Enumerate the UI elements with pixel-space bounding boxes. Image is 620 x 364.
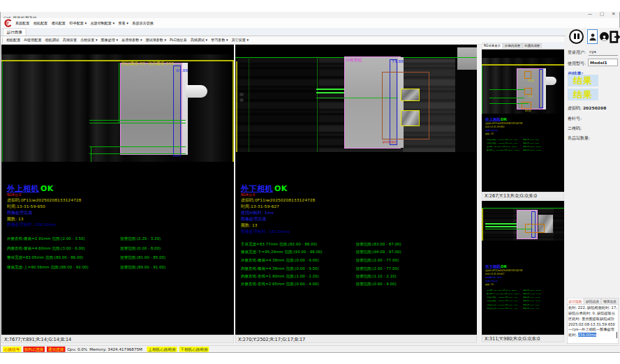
minimize-button[interactable]: — [588, 11, 593, 17]
user-icon [589, 32, 597, 42]
measure-line-bright [316, 92, 344, 93]
menu-items: 系统配置相机配置通讯配置ID手配置 ▾光源控制配置 ▾查看 ▾系统语言切换 [15, 21, 154, 26]
model-input[interactable]: Model1 [588, 59, 618, 66]
title-bar: CYS-视觉检测系统 [1, 12, 619, 18]
maximize-button[interactable]: ▢ [600, 11, 604, 17]
user-badge-icon [601, 35, 607, 41]
menu-item[interactable]: 系统语言切换 [132, 21, 153, 26]
model-label: 使用型号: [568, 61, 586, 66]
menu-item[interactable]: 查看 ▾ [119, 21, 128, 26]
measurement-row: 隆底宽度-上=90.56mm 范围:(88.00 - 92.00)报警范围:(8… [7, 262, 233, 271]
vert-green-dark [317, 57, 318, 152]
measurement-row: 整体宽度=83.05mm 范围:(80.00 - 86.00)报警范围:(81.… [7, 253, 233, 262]
preview-tab[interactable]: NG成像显示 [482, 43, 503, 48]
measure-line-green-v [91, 146, 91, 162]
pause-button[interactable] [569, 29, 584, 44]
coord-text: X:267;Y:13;R:0;G:0;B:0 [485, 192, 537, 199]
image-speck [239, 93, 244, 96]
toolbar-item[interactable]: 相机配置 [6, 38, 20, 43]
window-controls: — ▢ ✕ [588, 11, 616, 17]
toolbar-item[interactable]: AI使用配置 [24, 38, 41, 43]
roi-annotation: 95.24 [527, 226, 533, 228]
operator-button[interactable] [587, 29, 598, 44]
qr-label: 二维码: [568, 126, 582, 131]
camera-left-coordbar: X:7677;Y:891;R:14;G:14;B:14 [1, 335, 234, 343]
exit-door-icon [610, 30, 620, 44]
status-bar: 心跳信号 软PLC连接 通讯连接 Cpu: 0.0% Memory: 3424.… [1, 345, 619, 352]
toolbar-item[interactable]: 高级调试 ▾ [191, 38, 207, 43]
process-done-text: 图像处理完成 [485, 280, 498, 282]
width-value-label: 93.88 [176, 68, 188, 73]
tab-run-image[interactable]: 运行图像 [3, 29, 26, 36]
ai-box-label: AI检测框 [346, 57, 362, 63]
menu-item[interactable]: ID手配置 ▾ [69, 21, 87, 26]
menu-item[interactable]: 光源控制配置 ▾ [91, 21, 115, 26]
preview-bottom-title: 外下相机OK [485, 264, 507, 269]
barcode-text: 虚拟码:0F11iw20250208133124728 [7, 197, 81, 203]
log-highlight: 256.00ms [578, 333, 596, 337]
edge-yellow-line-left [236, 61, 237, 152]
measure-line-bright [316, 89, 344, 90]
image-shade-right [554, 208, 564, 241]
measure-line-green [89, 120, 186, 121]
measurement-row: 内侧直线-隆底=4.38mm 范围:(0.00 - 9.00)报警范围:(2.0… [241, 264, 467, 273]
preview-tab-strip: NG成像显示 外观内成图 轮廓内成图 [482, 42, 564, 50]
process-done-text: 图像处理完成 [241, 216, 266, 222]
toolbar-item[interactable]: 其它设置 ▾ [232, 38, 249, 43]
measure-line-bright [485, 223, 517, 225]
part-edge-strip [182, 63, 188, 155]
log-tab-run[interactable]: 运行信息 [567, 298, 584, 304]
toolbar-item[interactable]: 图像处理 ▾ [101, 38, 118, 43]
edge-yellow-line-right [232, 61, 234, 162]
baseline-yellow [1, 60, 234, 61]
cam-top-badge: 上相机心跳检测 [147, 347, 177, 352]
measurement-list: 外侧直线-隆底=2.91mm 范围:(2.00 - 3.50)报警范围:(2.2… [7, 234, 233, 272]
login-value[interactable]: cys [589, 50, 596, 54]
toolbar-item[interactable]: PLC地址表 [170, 38, 187, 43]
toolbar-item[interactable]: 相机调试 [45, 38, 59, 43]
threshold-label: 固定阈值:93, 动态阈值:100 [121, 61, 174, 66]
menu-item[interactable]: 通讯配置 [52, 21, 66, 26]
menu-item[interactable]: 系统配置 [15, 21, 29, 26]
ai-time-text: 使用AI耗时: 1ms [241, 210, 274, 215]
measurement-list: 主体宽度=83.77mm 范围:(82.00 - 88.00)报警范围:(83.… [241, 240, 467, 288]
count-label: 良品写数量: [568, 135, 590, 141]
result-box-bottom: 结果 [568, 89, 598, 100]
time-text: 时间:13-31-59-627 [485, 273, 504, 275]
measurement-row: 外侧直线-直线=2.65mm 范围:(0.60 - 4.00)报警范围:(0.6… [241, 280, 467, 289]
preview-tab[interactable]: 轮廓内成图 [523, 43, 542, 48]
preview-tab[interactable]: 外观内成图 [503, 43, 522, 48]
barcode-row: 虚拟码: 20250208 [568, 105, 606, 111]
close-button[interactable]: ✕ [612, 11, 616, 17]
log-output[interactable]: 耗时: 222, 缺陷检测耗时: 17, 缺陷分类耗时: 0, 缺陷提取分区耗时… [567, 304, 619, 344]
measurement-row: 内侧直线-直线=1.90mm 范围:(1.00 - 2.20)报警范围:(1.1… [241, 272, 467, 280]
coord-text: X:7677;Y:891;R:14;G:14;B:14 [4, 336, 71, 342]
baseline-yellow [482, 64, 564, 66]
measurement-row: 外侧直线-隆底=4.38mm 范围:(0.00 - 9.00)报警范围:(2.0… [241, 256, 467, 264]
log-tab-defect[interactable]: 缺陷信息 [584, 298, 601, 304]
barcode-value: 20250208 [583, 106, 606, 111]
time-text: 时间:13-31-59-650 [485, 126, 504, 128]
measurement-row: 内侧直线-隆底=4.60mm 范围:(3.00 - 6.00)报警范围:(0.0… [7, 243, 233, 252]
image-dark-right [455, 57, 477, 152]
admin-button[interactable] [600, 32, 609, 41]
machine-bright-block [457, 47, 477, 70]
toolbar-item[interactable]: 学习参数 ▾ [211, 38, 228, 43]
reel-label: 卷针号: [568, 116, 582, 121]
memory-text: Memory: 3424.41796875M [89, 347, 142, 352]
toolbar-item[interactable]: 基准线参数 ▾ [121, 38, 142, 43]
preview-bottom-canvas[interactable]: 95.24 外下相机OK 虚拟码:0F11iw20250208133124728… [482, 201, 564, 335]
measure-line-green [489, 103, 529, 104]
exit-button[interactable] [610, 30, 619, 43]
log-tab-error[interactable]: 错误信息 [602, 298, 619, 304]
time-text: 时间:13-31-59-627 [241, 204, 279, 209]
menu-item[interactable]: 相机配置 [34, 21, 47, 26]
roi-blue-rect [173, 66, 181, 156]
preview-top-canvas[interactable]: 93.88 2.91 83.05 外上相机OK 虚拟码:0F11iw202502… [482, 50, 564, 192]
toolbar-item[interactable]: 测试项参数 ▾ [146, 38, 166, 43]
toolbar-item[interactable]: 点检设置 ▾ [80, 38, 97, 43]
camera-right-canvas[interactable]: AI检测框 73.88 缺陷检测区 外下相机OK NG复位:0 虚拟码:0F11… [235, 45, 477, 335]
toolbar-item[interactable]: 高级设置 [63, 38, 77, 43]
camera-left-canvas[interactable]: 固定阈值:93, 动态阈值:100 93.88 外上相机OK NG复位:0 虚拟… [1, 45, 234, 335]
log-caret [617, 332, 617, 338]
